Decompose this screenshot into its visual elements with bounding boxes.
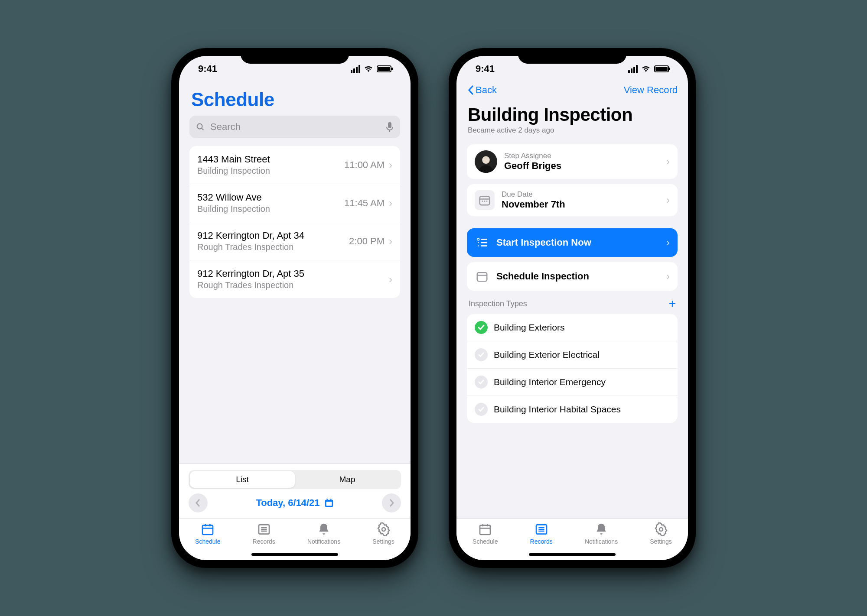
due-label: Due Date xyxy=(502,190,666,199)
tab-records[interactable]: Records xyxy=(530,522,553,545)
date-label-text: Today, 6/14/21 xyxy=(256,497,319,509)
notch xyxy=(241,48,349,64)
assignee-row[interactable]: Step Assignee Geoff Briges › xyxy=(467,144,678,179)
inspection-types-list: Building Exteriors Building Exterior Ele… xyxy=(467,314,678,423)
svg-rect-29 xyxy=(477,272,487,281)
item-sub: Rough Trades Inspection xyxy=(197,280,385,290)
notch xyxy=(518,48,626,64)
segment-map[interactable]: Map xyxy=(295,471,400,488)
battery-icon xyxy=(377,65,391,72)
gear-icon xyxy=(377,522,391,536)
chevron-right-icon: › xyxy=(666,270,670,282)
svg-point-39 xyxy=(659,528,663,531)
calendar-icon xyxy=(475,190,495,210)
tab-records[interactable]: Records xyxy=(253,522,275,545)
schedule-footer: List Map Today, 6/14/21 xyxy=(179,464,411,519)
inspection-type-item[interactable]: Building Interior Habital Spaces xyxy=(467,396,678,423)
calendar-icon xyxy=(324,498,334,508)
due-value: November 7th xyxy=(502,199,666,210)
assignee-label: Step Assignee xyxy=(504,152,666,160)
item-time: 11:45 AM xyxy=(344,198,385,209)
back-button[interactable]: Back xyxy=(467,84,497,96)
prev-day-button[interactable] xyxy=(189,493,208,512)
tabbar: Schedule Records Notifications Settings xyxy=(179,519,411,560)
home-indicator[interactable] xyxy=(529,553,616,556)
check-pending-icon xyxy=(475,403,488,416)
item-sub: Rough Trades Inspection xyxy=(197,242,349,252)
chevron-left-icon xyxy=(467,84,475,96)
schedule-item[interactable]: 912 Kerrington Dr, Apt 34 Rough Trades I… xyxy=(189,222,400,260)
gear-icon xyxy=(654,522,668,536)
search-input[interactable] xyxy=(189,116,400,138)
svg-rect-5 xyxy=(326,502,332,506)
inspection-type-item[interactable]: Building Exteriors xyxy=(467,314,678,341)
schedule-item[interactable]: 532 Willow Ave Building Inspection 11:45… xyxy=(189,184,400,222)
item-title: 1443 Main Street xyxy=(197,154,344,165)
page-title: Schedule xyxy=(191,89,400,110)
type-label: Building Exteriors xyxy=(494,322,564,333)
status-time: 9:41 xyxy=(198,63,217,75)
tab-schedule[interactable]: Schedule xyxy=(195,522,220,545)
item-time: 2:00 PM xyxy=(349,236,385,247)
tabbar: Schedule Records Notifications Settings xyxy=(456,519,688,560)
due-date-row[interactable]: Due Date November 7th › xyxy=(467,184,678,216)
item-sub: Building Inspection xyxy=(197,204,344,214)
view-segment[interactable]: List Map xyxy=(189,470,401,489)
tab-notifications[interactable]: Notifications xyxy=(307,522,340,545)
tab-label: Schedule xyxy=(473,538,498,545)
screen-detail: 9:41 Back View Record Building Inspectio… xyxy=(456,56,688,560)
tab-notifications[interactable]: Notifications xyxy=(585,522,618,545)
tab-label: Schedule xyxy=(195,538,220,545)
tab-schedule[interactable]: Schedule xyxy=(473,522,498,545)
tab-label: Settings xyxy=(372,538,394,545)
battery-icon xyxy=(654,65,669,72)
chevron-left-icon xyxy=(195,498,202,508)
svg-point-27 xyxy=(478,242,479,243)
inspection-type-item[interactable]: Building Exterior Electrical xyxy=(467,341,678,369)
svg-rect-31 xyxy=(480,525,490,535)
type-label: Building Interior Emergency xyxy=(494,377,606,387)
schedule-inspection-button[interactable]: Schedule Inspection › xyxy=(467,262,678,291)
list-icon xyxy=(257,522,271,536)
inspection-type-item[interactable]: Building Interior Emergency xyxy=(467,369,678,396)
cellular-icon xyxy=(628,65,638,73)
check-done-icon xyxy=(475,321,488,334)
chevron-right-icon: › xyxy=(389,235,392,247)
schedule-label: Schedule Inspection xyxy=(496,271,666,282)
schedule-item[interactable]: 912 Kerrington Dr, Apt 35 Rough Trades I… xyxy=(189,260,400,298)
add-type-button[interactable]: + xyxy=(669,297,676,311)
bell-icon xyxy=(317,522,331,536)
tab-settings[interactable]: Settings xyxy=(372,522,394,545)
checklist-icon xyxy=(475,235,489,250)
chevron-right-icon: › xyxy=(389,197,392,209)
check-pending-icon xyxy=(475,376,488,389)
chevron-right-icon: › xyxy=(666,194,670,206)
view-record-button[interactable]: View Record xyxy=(624,84,678,96)
search-field[interactable] xyxy=(209,121,381,133)
page-subtitle: Became active 2 days ago xyxy=(468,126,678,135)
svg-point-28 xyxy=(478,245,479,246)
chevron-right-icon: › xyxy=(666,237,670,249)
segment-list[interactable]: List xyxy=(190,471,295,488)
svg-rect-2 xyxy=(388,122,391,128)
chevron-right-icon: › xyxy=(389,159,392,171)
mic-icon[interactable] xyxy=(385,122,394,132)
schedule-list: 1443 Main Street Building Inspection 11:… xyxy=(189,146,400,298)
type-label: Building Exterior Electrical xyxy=(494,350,600,360)
home-indicator[interactable] xyxy=(251,553,338,556)
check-pending-icon xyxy=(475,348,488,361)
calendar-icon xyxy=(478,522,492,536)
start-inspection-button[interactable]: Start Inspection Now › xyxy=(467,228,678,257)
next-day-button[interactable] xyxy=(382,493,401,512)
search-icon xyxy=(196,122,205,132)
item-title: 912 Kerrington Dr, Apt 35 xyxy=(197,268,385,279)
assignee-name: Geoff Briges xyxy=(504,160,666,172)
tab-settings[interactable]: Settings xyxy=(650,522,672,545)
phone-detail: 9:41 Back View Record Building Inspectio… xyxy=(449,48,696,568)
tab-label: Notifications xyxy=(585,538,618,545)
schedule-item[interactable]: 1443 Main Street Building Inspection 11:… xyxy=(189,146,400,184)
svg-point-17 xyxy=(482,156,490,164)
date-picker-button[interactable]: Today, 6/14/21 xyxy=(256,497,333,509)
svg-rect-8 xyxy=(202,525,213,535)
inspection-types-header: Inspection Types xyxy=(469,299,527,308)
